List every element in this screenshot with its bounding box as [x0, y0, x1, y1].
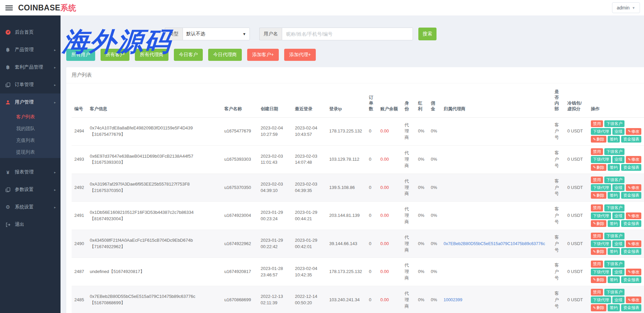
action-button[interactable]: 业绩 [612, 128, 624, 135]
action-button[interactable]: ✎删除 [591, 220, 606, 227]
sidebar-item-3[interactable]: ฿套利产品管理▸ [0, 58, 61, 76]
toolbar-button[interactable]: 添加代理+ [284, 49, 316, 61]
action-button[interactable]: 签约 [608, 220, 620, 227]
sidebar-subitem[interactable]: 充值列表 [0, 134, 61, 146]
action-button[interactable]: 禁用 [591, 177, 603, 183]
action-button[interactable]: 下级代理 [591, 297, 611, 303]
action-button[interactable]: ✎删除 [591, 304, 606, 311]
action-button[interactable]: 禁用 [591, 289, 603, 296]
toolbar-button[interactable]: 今日代理商 [208, 49, 242, 61]
admin-user-dropdown[interactable]: admin ▼ [612, 2, 640, 13]
search-button[interactable]: 搜索 [418, 28, 437, 40]
toolbar-button[interactable]: 所有客户 [101, 49, 129, 61]
agent-link[interactable]: 0x7EBeb2B80D55bC5eE515a079C10475b89c6377… [444, 241, 545, 246]
action-button[interactable]: 资金报表 [621, 248, 641, 255]
action-button[interactable]: 资金报表 [621, 220, 641, 227]
action-button[interactable]: 签约 [608, 304, 620, 311]
cell-identity: 代理商 [402, 286, 415, 313]
cell-wallet: 0 USDT [565, 286, 588, 313]
sidebar-subitem[interactable]: 我的团队 [0, 123, 61, 134]
action-button[interactable]: 签约 [608, 164, 620, 171]
sidebar-subitem[interactable]: 客户列表 [0, 111, 61, 123]
action-button[interactable]: 下级代理 [591, 240, 611, 247]
action-button[interactable]: ✎修改 [626, 128, 641, 135]
agent-link[interactable]: 10002399 [444, 298, 462, 302]
action-button[interactable]: 资金报表 [621, 164, 641, 171]
sidebar-item-1[interactable]: 后台首页 [0, 24, 61, 41]
action-button[interactable]: ✎删除 [591, 192, 606, 199]
sidebar-item-5[interactable]: 用户管理▸ [0, 93, 61, 111]
toolbar-button[interactable]: 所有代理商 [135, 49, 168, 61]
action-button[interactable]: 禁用 [591, 261, 603, 267]
action-button[interactable]: 资金报表 [621, 192, 641, 199]
chevron-right-icon: ▸ [54, 101, 56, 104]
action-button[interactable]: 下级代理 [591, 212, 611, 219]
action-button[interactable]: ✎修改 [626, 240, 641, 247]
sidebar-item-9[interactable]: 退出 [0, 216, 61, 233]
action-button[interactable]: ✎删除 [591, 248, 606, 255]
type-select[interactable]: 默认不选 ▼ [183, 28, 250, 40]
cell-name: u1675477679 [222, 117, 258, 146]
action-button[interactable]: 业绩 [612, 212, 624, 219]
hamburger-menu-icon[interactable] [5, 5, 13, 10]
username-input[interactable] [282, 28, 413, 40]
action-button[interactable]: 签约 [608, 276, 620, 283]
action-button[interactable]: 禁用 [591, 120, 603, 127]
action-button[interactable]: 业绩 [612, 184, 624, 191]
toolbar-button[interactable]: 所有用户 [66, 49, 95, 61]
action-button[interactable]: ✎删除 [591, 164, 606, 171]
action-button[interactable]: 下级代理 [591, 269, 611, 275]
action-button[interactable]: 下级代理 [591, 156, 611, 163]
action-button[interactable]: 业绩 [612, 269, 624, 275]
toolbar-button[interactable]: 今日客户 [174, 49, 203, 61]
action-button[interactable]: 下级代理 [591, 128, 611, 135]
action-button[interactable]: 下级客户 [604, 233, 624, 239]
action-button[interactable]: 下级客户 [604, 204, 624, 211]
sidebar-item-label: 产品管理 [15, 47, 34, 53]
action-button[interactable]: 禁用 [591, 233, 603, 239]
action-button[interactable]: ✎修改 [626, 156, 641, 163]
app-logo: COINBASE系统 [18, 3, 76, 13]
sidebar-subitem[interactable]: 提现列表 [0, 146, 61, 158]
action-button[interactable]: 下级客户 [604, 148, 624, 155]
chevron-right-icon: ▸ [54, 188, 56, 192]
cell-name: u1670868699 [222, 286, 258, 313]
sidebar-item-2[interactable]: ฿产品管理▸ [0, 41, 61, 58]
action-button[interactable]: 业绩 [612, 297, 624, 303]
action-button[interactable]: ✎修改 [626, 184, 641, 191]
chevron-right-icon: ▸ [54, 205, 56, 209]
action-button[interactable]: 禁用 [591, 148, 603, 155]
sidebar-item-6[interactable]: ¥报表管理▸ [0, 163, 61, 181]
action-button[interactable]: 签约 [608, 248, 620, 255]
cell-customer-info: undefined【51674920817】 [87, 258, 222, 286]
action-button[interactable]: 资金报表 [621, 304, 641, 311]
cell-name: u1675370350 [222, 173, 258, 202]
cell-identity: 代理商 [402, 230, 415, 258]
cell-id: 2485 [72, 286, 87, 313]
gears-icon: ⚙ [5, 204, 11, 210]
action-button[interactable]: ✎修改 [626, 212, 641, 219]
sidebar-item-4[interactable]: 订单管理▸ [0, 76, 61, 93]
toolbar-button[interactable]: 添加客户+ [247, 49, 279, 61]
bitcoin-icon: ฿ [5, 47, 11, 53]
action-button[interactable]: 禁用 [591, 204, 603, 211]
action-button[interactable]: 下级客户 [604, 261, 624, 267]
action-button[interactable]: 下级客户 [604, 120, 624, 127]
action-button[interactable]: 签约 [608, 136, 620, 143]
action-button[interactable]: 下级客户 [604, 289, 624, 296]
action-button[interactable]: 下级客户 [604, 177, 624, 183]
action-button[interactable]: ✎删除 [591, 136, 606, 143]
action-button[interactable]: 业绩 [612, 156, 624, 163]
cell-internal: 客户号 [552, 202, 565, 230]
action-button[interactable]: 业绩 [612, 240, 624, 247]
action-button[interactable]: ✎修改 [626, 269, 641, 275]
sidebar-item-7[interactable]: 参数设置▸ [0, 181, 61, 198]
action-button[interactable]: 资金报表 [621, 276, 641, 283]
action-button[interactable]: ✎删除 [591, 276, 606, 283]
action-button[interactable]: ✎修改 [626, 297, 641, 303]
cell-orders: 0 [366, 258, 378, 286]
sidebar-item-8[interactable]: ⚙系统设置▸ [0, 198, 61, 216]
action-button[interactable]: 签约 [608, 192, 620, 199]
action-button[interactable]: 下级代理 [591, 184, 611, 191]
action-button[interactable]: 资金报表 [621, 136, 641, 143]
